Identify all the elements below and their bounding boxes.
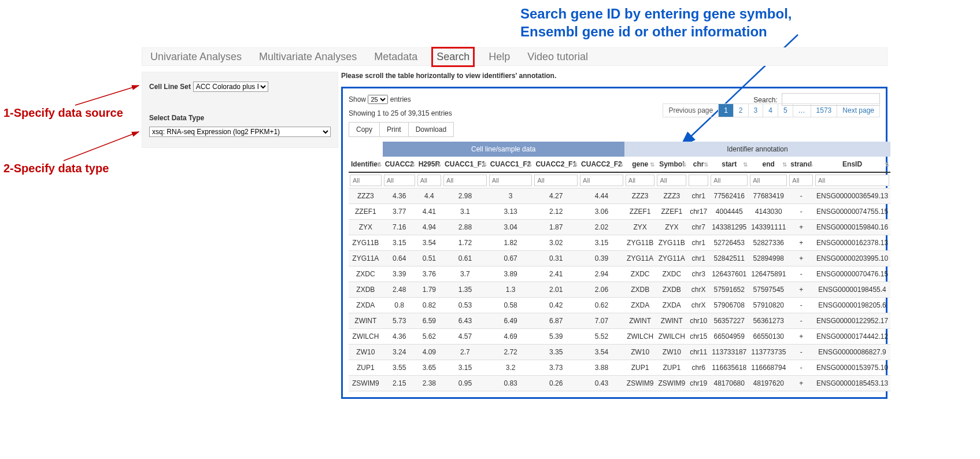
filter-end[interactable] xyxy=(750,175,787,186)
cell: - xyxy=(788,360,814,376)
filter-gene[interactable] xyxy=(626,175,655,186)
col-EnsID[interactable]: EnsID⇅ xyxy=(814,157,890,172)
pager-page-1573[interactable]: 1573 xyxy=(811,104,838,117)
cell: 0.61 xyxy=(442,251,488,266)
filter-CUACC2_F2[interactable] xyxy=(580,175,623,186)
cell: 7.16 xyxy=(383,220,416,235)
cell: 3.76 xyxy=(416,266,442,282)
table-row: ZZZ34.364.42.9834.274.44ZZZ3ZZZ3chr17756… xyxy=(349,188,890,204)
cell: chr11 xyxy=(687,345,709,360)
cell-line-set-select[interactable]: ACC Colorado plus PDX xyxy=(193,82,268,92)
cell: + xyxy=(788,235,814,251)
cell: ZXDC xyxy=(656,266,687,282)
filter-chr[interactable] xyxy=(689,175,708,186)
cell: 3.15 xyxy=(442,360,488,376)
filter-Identifier[interactable] xyxy=(350,175,382,186)
nav-univariate-analyses[interactable]: Univariate Analyses xyxy=(147,49,245,65)
cell: ZUP1 xyxy=(349,360,383,376)
cell: chr3 xyxy=(687,266,709,282)
cell: 2.38 xyxy=(416,376,442,391)
cell: 0.95 xyxy=(442,376,488,391)
filter-strand[interactable] xyxy=(789,175,813,186)
pager-next[interactable]: Next page xyxy=(837,104,879,117)
cell: + xyxy=(788,329,814,345)
cell: 48170680 xyxy=(709,376,749,391)
col-start[interactable]: start⇅ xyxy=(709,157,749,172)
filter-CUACC1_F2[interactable] xyxy=(489,175,532,186)
cell: 52726453 xyxy=(709,235,749,251)
cell: 116635618 xyxy=(709,360,749,376)
cell: 52827336 xyxy=(749,235,788,251)
filter-start[interactable] xyxy=(711,175,748,186)
nav-video-tutorial[interactable]: Video tutorial xyxy=(524,49,591,65)
col-CUACC1_F1[interactable]: CUACC1_F1⇅ xyxy=(442,157,488,172)
cell: ZYG11A xyxy=(656,251,687,266)
pager-page-3[interactable]: 3 xyxy=(749,104,764,117)
copy-button[interactable]: Copy xyxy=(349,122,380,137)
pager-page-…[interactable]: … xyxy=(793,104,811,117)
cell: 2.94 xyxy=(579,266,624,282)
col-CUACC2_F1[interactable]: CUACC2_F1⇅ xyxy=(533,157,579,172)
col-CUACC1_F2[interactable]: CUACC1_F2⇅ xyxy=(488,157,534,172)
filter-CUACC2[interactable] xyxy=(384,175,415,186)
cell: ZYX xyxy=(349,220,383,235)
cell: ENSG00000070476.15 xyxy=(814,266,890,282)
cell: - xyxy=(788,204,814,220)
data-type-select[interactable]: xsq: RNA-seq Expression (log2 FPKM+1) xyxy=(149,127,331,137)
filter-H295R[interactable] xyxy=(417,175,441,186)
cell: ZZZ3 xyxy=(624,188,656,204)
col-Identifier[interactable]: Identifier⇅ xyxy=(349,157,383,172)
cell: ENSG00000198205.6 xyxy=(814,298,890,313)
filter-CUACC1_F1[interactable] xyxy=(443,175,487,186)
cell: ZXDA xyxy=(656,298,687,313)
cell: 3.1 xyxy=(442,204,488,220)
cell: 0.51 xyxy=(416,251,442,266)
col-CUACC2[interactable]: CUACC2⇅ xyxy=(383,157,416,172)
cell: 2.72 xyxy=(488,345,534,360)
cell: + xyxy=(788,282,814,298)
print-button[interactable]: Print xyxy=(380,122,409,137)
pager-page-1[interactable]: 1 xyxy=(719,104,734,117)
col-end[interactable]: end⇅ xyxy=(749,157,788,172)
cell: 3.13 xyxy=(488,204,534,220)
nav-search[interactable]: Search xyxy=(431,47,475,67)
cell: ENSG00000074755.15 xyxy=(814,204,890,220)
nav-multivariate-analyses[interactable]: Multivariate Analyses xyxy=(256,49,360,65)
col-H295R[interactable]: H295R⇅ xyxy=(416,157,442,172)
page-size-select[interactable]: 25 xyxy=(368,95,388,104)
col-CUACC2_F2[interactable]: CUACC2_F2⇅ xyxy=(579,157,624,172)
cell: 3.65 xyxy=(416,360,442,376)
cell: ENSG00000153975.10 xyxy=(814,360,890,376)
table-row: ZYX7.164.942.883.041.872.02ZYXZYXchr7143… xyxy=(349,220,890,235)
cell: ZSWIM9 xyxy=(349,376,383,391)
cell: 2.15 xyxy=(383,376,416,391)
filter-CUACC2_F1[interactable] xyxy=(534,175,578,186)
filter-EnsID[interactable] xyxy=(815,175,889,186)
nav-help[interactable]: Help xyxy=(485,49,513,65)
cell: 1.82 xyxy=(488,235,534,251)
pager-page-5[interactable]: 5 xyxy=(778,104,793,117)
cell: 0.82 xyxy=(416,298,442,313)
download-button[interactable]: Download xyxy=(409,122,454,137)
nav-metadata[interactable]: Metadata xyxy=(371,49,421,65)
pager-page-4[interactable]: 4 xyxy=(763,104,778,117)
cell: 3.88 xyxy=(579,360,624,376)
filter-Symbol[interactable] xyxy=(657,175,686,186)
col-Symbol[interactable]: Symbol⇅ xyxy=(656,157,687,172)
cell: 2.01 xyxy=(533,282,579,298)
cell: chrX xyxy=(687,282,709,298)
col-chr[interactable]: chr⇅ xyxy=(687,157,709,172)
col-gene[interactable]: gene⇅ xyxy=(624,157,656,172)
pager-page-2[interactable]: 2 xyxy=(734,104,749,117)
cell: 6.49 xyxy=(488,313,534,329)
cell: 3 xyxy=(488,188,534,204)
pager-prev[interactable]: Previous page xyxy=(663,104,719,117)
cell: 5.73 xyxy=(383,313,416,329)
cell: 3.39 xyxy=(383,266,416,282)
cell: 77683419 xyxy=(749,188,788,204)
col-strand[interactable]: strand⇅ xyxy=(788,157,814,172)
cell: ZSWIM9 xyxy=(656,376,687,391)
cell: 2.98 xyxy=(442,188,488,204)
cell: 4.69 xyxy=(488,329,534,345)
table-row: ZSWIM92.152.380.950.830.260.43ZSWIM9ZSWI… xyxy=(349,376,890,391)
